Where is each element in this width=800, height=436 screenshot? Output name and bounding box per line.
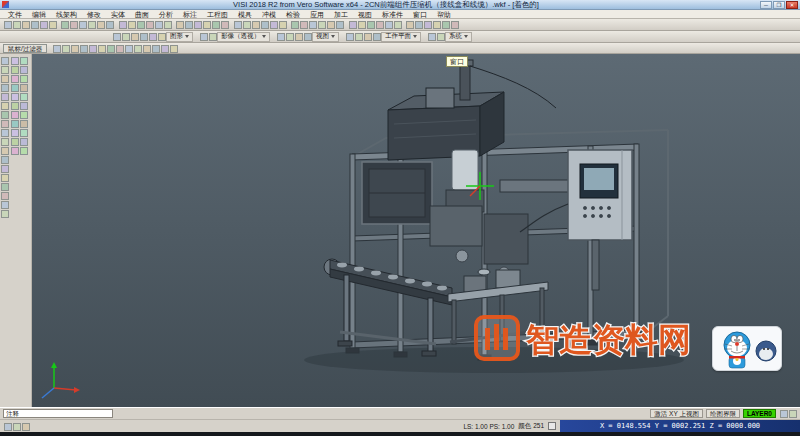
render-group-dropdown[interactable]: 影像（透视） bbox=[217, 32, 270, 42]
open-file-icon[interactable] bbox=[13, 21, 21, 29]
surface-tools-icon[interactable] bbox=[1, 93, 9, 101]
analysis-tools-icon[interactable] bbox=[1, 174, 9, 182]
boolean-subtract-icon[interactable] bbox=[11, 84, 19, 92]
entity-visibility-icon[interactable] bbox=[131, 33, 139, 41]
shaded-render-icon[interactable] bbox=[200, 33, 208, 41]
modify-tools-icon[interactable] bbox=[1, 84, 9, 92]
mirror-entity-icon[interactable] bbox=[376, 21, 384, 29]
draw-circle-icon[interactable] bbox=[318, 21, 326, 29]
shaded-mode-icon[interactable] bbox=[194, 21, 202, 29]
menu-item-5[interactable]: 曲面 bbox=[130, 10, 154, 19]
scale-entity-icon[interactable] bbox=[406, 21, 414, 29]
undo-icon[interactable] bbox=[79, 21, 87, 29]
mouse-filter-tab[interactable]: 鼠标/过滤器 bbox=[3, 44, 47, 53]
print-preview-icon[interactable] bbox=[40, 21, 48, 29]
stitch-surface-icon[interactable] bbox=[20, 138, 28, 146]
point-snap-icon[interactable] bbox=[252, 21, 260, 29]
cap-holes-icon[interactable] bbox=[11, 147, 19, 155]
workplane-xy-icon[interactable] bbox=[346, 33, 354, 41]
paste-icon[interactable] bbox=[70, 21, 78, 29]
graphics-group-dropdown[interactable]: 图形 bbox=[166, 32, 193, 42]
menu-item-8[interactable]: 工程图 bbox=[202, 10, 233, 19]
maximize-button[interactable]: ❐ bbox=[773, 1, 785, 9]
menu-item-0[interactable]: 文件 bbox=[3, 10, 27, 19]
annotation-tools-icon[interactable] bbox=[1, 138, 9, 146]
option-tools-icon[interactable] bbox=[1, 210, 9, 218]
center-snap-icon[interactable] bbox=[279, 21, 287, 29]
delete-face-icon[interactable] bbox=[20, 147, 28, 155]
filter-curve-icon[interactable] bbox=[89, 45, 97, 53]
hide-selected-icon[interactable] bbox=[140, 33, 148, 41]
workplane-by-face-icon[interactable] bbox=[373, 33, 381, 41]
menu-item-2[interactable]: 线架构 bbox=[51, 10, 82, 19]
menu-item-11[interactable]: 检验 bbox=[281, 10, 305, 19]
redo-icon[interactable] bbox=[88, 21, 96, 29]
chamfer-entity-icon[interactable] bbox=[451, 21, 459, 29]
patch-surface-icon[interactable] bbox=[11, 138, 19, 146]
rib-feature-icon[interactable] bbox=[20, 111, 28, 119]
boolean-intersect-icon[interactable] bbox=[20, 84, 28, 92]
filter-edge-icon[interactable] bbox=[116, 45, 124, 53]
view-top-icon[interactable] bbox=[277, 33, 285, 41]
layer-manager-icon[interactable] bbox=[234, 21, 242, 29]
menu-item-10[interactable]: 冲模 bbox=[257, 10, 281, 19]
select-all-icon[interactable] bbox=[106, 21, 114, 29]
menu-item-13[interactable]: 加工 bbox=[329, 10, 353, 19]
draw-polyline-icon[interactable] bbox=[336, 21, 344, 29]
menu-item-4[interactable]: 实体 bbox=[106, 10, 130, 19]
fillet-entity-icon[interactable] bbox=[442, 21, 450, 29]
transparency-mode-icon[interactable] bbox=[221, 21, 229, 29]
cut-icon[interactable] bbox=[49, 21, 57, 29]
show-all-icon[interactable] bbox=[149, 33, 157, 41]
layer-options-icon[interactable] bbox=[780, 410, 788, 418]
array-entity-icon[interactable] bbox=[415, 21, 423, 29]
render-tools-icon[interactable] bbox=[1, 192, 9, 200]
boolean-union-icon[interactable] bbox=[20, 75, 28, 83]
loft-solid-icon[interactable] bbox=[20, 66, 28, 74]
attribute-tools-icon[interactable] bbox=[1, 156, 9, 164]
zoom-fit-icon[interactable] bbox=[146, 21, 154, 29]
menu-item-3[interactable]: 修改 bbox=[82, 10, 106, 19]
menu-item-12[interactable]: 应用 bbox=[305, 10, 329, 19]
document-properties-icon[interactable] bbox=[437, 33, 445, 41]
save-file-icon[interactable] bbox=[22, 21, 30, 29]
workplane-button[interactable]: 激活 XY 上视图 bbox=[650, 409, 703, 418]
isolate-icon[interactable] bbox=[158, 33, 166, 41]
view-side-icon[interactable] bbox=[295, 33, 303, 41]
filter-none-icon[interactable] bbox=[170, 45, 178, 53]
filter-point-icon[interactable] bbox=[62, 45, 70, 53]
view-isometric-icon[interactable] bbox=[304, 33, 312, 41]
midpoint-snap-icon[interactable] bbox=[261, 21, 269, 29]
active-color-chip[interactable] bbox=[548, 422, 556, 430]
filter-group-icon[interactable] bbox=[134, 45, 142, 53]
draft-face-icon[interactable] bbox=[11, 120, 19, 128]
draw-spline-icon[interactable] bbox=[349, 21, 357, 29]
view-front-icon[interactable] bbox=[286, 33, 294, 41]
grid-indicator-icon[interactable] bbox=[13, 423, 21, 431]
draw-ellipse-icon[interactable] bbox=[358, 21, 366, 29]
extrude-solid-icon[interactable] bbox=[11, 57, 19, 65]
offset-surface-icon[interactable] bbox=[20, 129, 28, 137]
minimize-button[interactable]: ─ bbox=[760, 1, 772, 9]
rotate-view-icon[interactable] bbox=[176, 21, 184, 29]
filter-surface-icon[interactable] bbox=[98, 45, 106, 53]
menu-item-14[interactable]: 视图 bbox=[353, 10, 377, 19]
zoom-out-icon[interactable] bbox=[137, 21, 145, 29]
feature-tools-icon[interactable] bbox=[1, 111, 9, 119]
menu-item-17[interactable]: 帮助 bbox=[432, 10, 456, 19]
window-select-icon[interactable] bbox=[1, 66, 9, 74]
draw-point-icon[interactable] bbox=[291, 21, 299, 29]
pan-view-icon[interactable] bbox=[164, 21, 172, 29]
shell-solid-icon[interactable] bbox=[11, 75, 19, 83]
hole-feature-icon[interactable] bbox=[11, 102, 19, 110]
menu-item-16[interactable]: 窗口 bbox=[408, 10, 432, 19]
draw-rectangle-icon[interactable] bbox=[327, 21, 335, 29]
delete-icon[interactable] bbox=[97, 21, 105, 29]
ortho-indicator-icon[interactable] bbox=[22, 423, 30, 431]
dimension-tools-icon[interactable] bbox=[1, 129, 9, 137]
sweep-solid-icon[interactable] bbox=[11, 66, 19, 74]
workplane-yz-icon[interactable] bbox=[364, 33, 372, 41]
workplane-xz-icon[interactable] bbox=[355, 33, 363, 41]
zoom-in-icon[interactable] bbox=[128, 21, 136, 29]
layer-tools-icon[interactable] bbox=[1, 147, 9, 155]
